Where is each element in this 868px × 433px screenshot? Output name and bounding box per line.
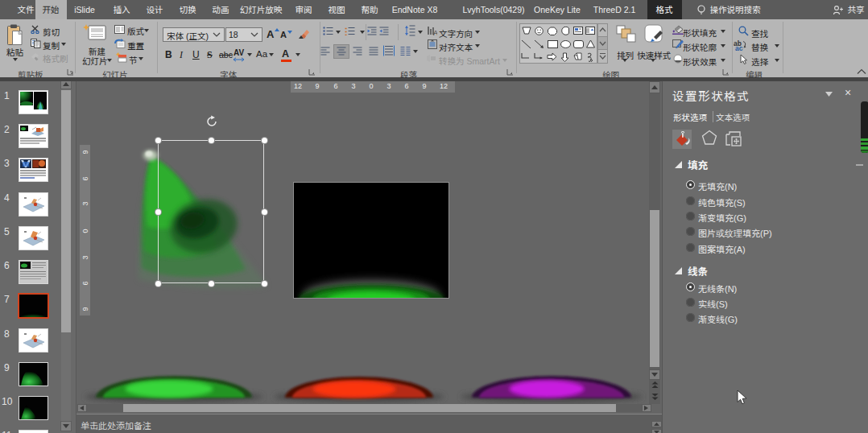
svg-text:A: A — [433, 29, 437, 35]
svg-text:ac: ac — [735, 44, 743, 52]
